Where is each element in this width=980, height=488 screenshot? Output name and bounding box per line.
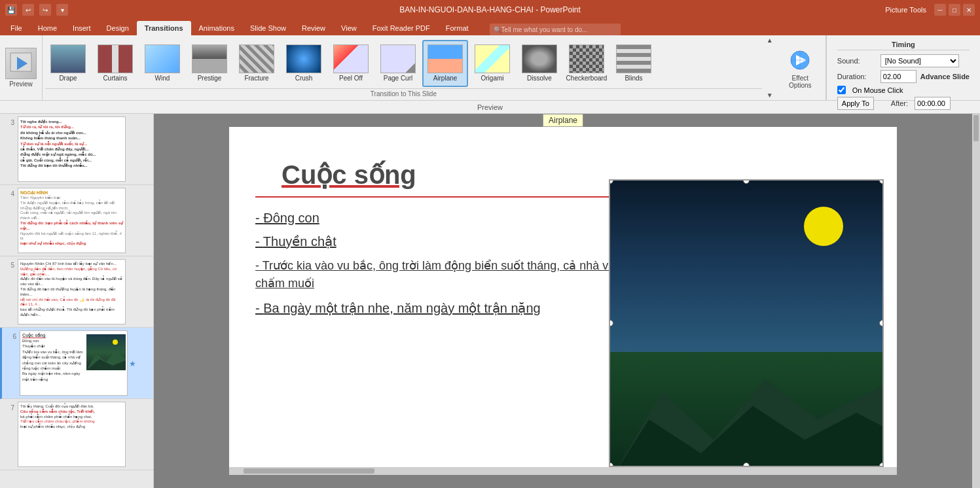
transition-label: Curtains xyxy=(103,75,127,82)
transition-thumb xyxy=(286,44,321,73)
slide-thumb-4[interactable]: 4 NGOẠI HÌNH Tâm: Nguyên kiến loại Tôi đ… xyxy=(0,185,153,256)
title-bar-left: 💾 ↩ ↪ ▾ xyxy=(5,4,68,16)
effect-options-button[interactable] xyxy=(787,47,813,73)
slide-thumb-7[interactable]: 7 Tôi lấy tháng. Cuối đôi của người đàn … xyxy=(0,399,153,470)
transitions-scrollbar[interactable]: ▲ ▼ xyxy=(765,35,775,100)
transition-item-airplane[interactable]: Airplane xyxy=(422,40,468,87)
transitions-row: Drape Curtains Wind Prestige Fracture Cr… xyxy=(45,38,762,88)
transition-to-label: Transition to This Slide xyxy=(45,88,762,97)
scroll-down-btn[interactable]: ▼ xyxy=(767,92,773,99)
tab-foxit[interactable]: Foxit Reader PDF xyxy=(365,21,438,35)
slide-image[interactable]: ↻ xyxy=(609,179,884,467)
after-input[interactable] xyxy=(915,97,951,110)
transition-item-crush[interactable]: Crush xyxy=(281,40,327,87)
transition-thumb xyxy=(569,44,604,73)
scroll-up-btn[interactable]: ▲ xyxy=(767,37,773,44)
close-button[interactable]: ✕ xyxy=(963,4,975,16)
transition-item-curtains[interactable]: Curtains xyxy=(92,40,138,87)
undo-button[interactable]: ↩ xyxy=(22,4,34,16)
sound-select[interactable]: [No Sound] xyxy=(880,54,959,67)
tab-animations[interactable]: Animations xyxy=(191,21,242,35)
slide-thumbnail-7: Tôi lấy tháng. Cuối đôi của người đàn bà… xyxy=(18,402,126,467)
sound-row: Sound: [No Sound] xyxy=(837,54,970,67)
transition-thumb xyxy=(380,44,416,73)
transition-label: Page Curl xyxy=(384,75,412,82)
transition-item-origami[interactable]: Origami xyxy=(469,40,515,87)
tab-view[interactable]: View xyxy=(333,21,365,35)
transition-thumb xyxy=(333,44,369,73)
preview-button[interactable] xyxy=(5,48,37,79)
main-content: Airplane Cuộc sống - Đông con - Thuyền c… xyxy=(154,114,972,488)
tab-home[interactable]: Home xyxy=(30,21,65,35)
transition-label: Blinds xyxy=(625,75,642,82)
transition-label: Checkerboard xyxy=(566,75,608,82)
transition-label: Dissolve xyxy=(527,75,552,82)
transition-item-prestige[interactable]: Prestige xyxy=(187,40,232,87)
transition-item-drape[interactable]: Drape xyxy=(45,40,91,87)
transition-thumb xyxy=(427,44,463,73)
apply-row: Apply To After: xyxy=(837,97,970,110)
tab-format[interactable]: Format xyxy=(438,21,477,35)
h-scroll-thumb[interactable] xyxy=(244,468,374,474)
slide-thumb-3[interactable]: 3 Tôi nghe được trong... Từ tôi ra, từ t… xyxy=(0,114,153,185)
thumbnail-image xyxy=(86,334,126,370)
title-bar: 💾 ↩ ↪ ▾ BAN-IN-NGUOI-DAN-BA-HANG-CHAI - … xyxy=(0,0,980,20)
transition-thumb xyxy=(522,44,557,73)
customize-button[interactable]: ▾ xyxy=(56,4,68,16)
slide-number-7: 7 xyxy=(4,404,14,411)
slide-thumb-6[interactable]: 6 Cuộc sống Đông con Thuyền chật Trước k… xyxy=(0,328,153,399)
slide-thumbnail-6: Cuộc sống Đông con Thuyền chật Trước kia… xyxy=(20,330,128,396)
transition-item-wind[interactable]: Wind xyxy=(139,40,185,87)
scene-moon xyxy=(804,207,843,246)
apply-to-button[interactable]: Apply To xyxy=(837,97,874,110)
transition-item-checkerboard[interactable]: Checkerboard xyxy=(564,40,609,87)
transition-thumb xyxy=(239,44,274,73)
transition-thumb xyxy=(616,44,651,73)
tab-file[interactable]: File xyxy=(3,21,30,35)
transition-thumb xyxy=(192,44,227,73)
on-mouse-click-label: On Mouse Click xyxy=(852,86,903,94)
transition-label: Origami xyxy=(481,75,503,82)
preview-label: Preview xyxy=(9,80,33,88)
slide-thumbnail-4: NGOẠI HÌNH Tâm: Nguyên kiến loại Tôi đượ… xyxy=(18,188,126,253)
search-hint: 🔍 xyxy=(494,26,501,33)
redo-button[interactable]: ↪ xyxy=(39,4,51,16)
ribbon-tabs: File Home Insert Design Transitions Anim… xyxy=(0,20,980,35)
transition-item-page-curl[interactable]: Page Curl xyxy=(375,40,421,87)
timing-section: Timing Sound: [No Sound] Duration: Advan… xyxy=(826,35,980,100)
handle-mr[interactable] xyxy=(879,320,884,326)
tab-slideshow[interactable]: Slide Show xyxy=(242,21,294,35)
tab-transitions[interactable]: Transitions xyxy=(137,21,191,35)
tab-insert[interactable]: Insert xyxy=(65,21,99,35)
transition-item-blinds[interactable]: Blinds xyxy=(611,40,657,87)
handle-tr[interactable] xyxy=(879,179,884,184)
sound-label: Sound: xyxy=(837,57,877,65)
transition-thumb xyxy=(50,44,86,73)
minimize-button[interactable]: ─ xyxy=(934,4,946,16)
panel-label: Preview xyxy=(0,101,980,114)
tab-review[interactable]: Review xyxy=(294,21,333,35)
transition-label: Crush xyxy=(295,75,313,82)
duration-row: Duration: Advance Slide xyxy=(837,70,970,83)
v-scrollbar[interactable] xyxy=(972,114,980,488)
slide-thumb-5[interactable]: 5 Nguyên Nhân Chi 87 tình bào tới lấy lo… xyxy=(0,256,153,328)
scene-mountains xyxy=(610,352,882,467)
transition-item-dissolve[interactable]: Dissolve xyxy=(517,40,562,87)
transition-item-fracture[interactable]: Fracture xyxy=(234,40,280,87)
maximize-button[interactable]: □ xyxy=(949,4,960,16)
transition-item-peel-off[interactable]: Peel Off xyxy=(328,40,374,87)
save-button[interactable]: 💾 xyxy=(5,4,17,16)
handle-bl[interactable] xyxy=(609,462,613,467)
duration-input[interactable] xyxy=(880,70,916,83)
handle-bc[interactable] xyxy=(743,462,750,467)
handle-br[interactable] xyxy=(879,462,884,467)
slide-panel: 3 Tôi nghe được trong... Từ tôi ra, từ t… xyxy=(0,114,154,488)
tab-design[interactable]: Design xyxy=(99,21,137,35)
transition-label: Wind xyxy=(155,75,170,82)
h-scrollbar[interactable] xyxy=(229,467,897,475)
v-scroll-thumb[interactable] xyxy=(973,115,979,141)
effect-options-label: Effect Options xyxy=(780,75,820,89)
on-mouse-click-checkbox[interactable] xyxy=(837,86,846,94)
slide-thumbnail-3: Tôi nghe được trong... Từ tôi ra, từ tôi… xyxy=(18,116,126,182)
slide-canvas[interactable]: Cuộc sống - Đông con - Thuyền chật - Trư… xyxy=(229,127,897,467)
